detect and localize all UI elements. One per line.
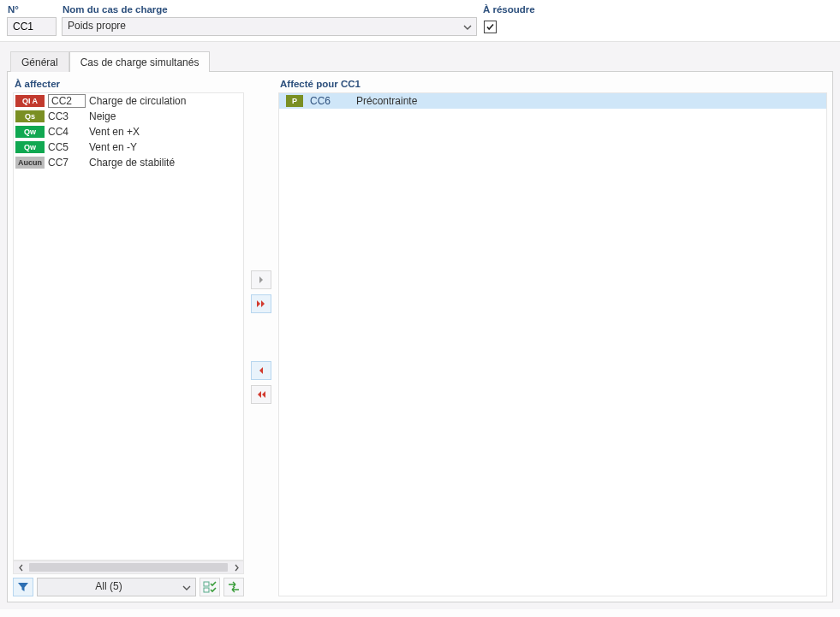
load-case-code[interactable]: CC2 xyxy=(48,94,86,108)
load-case-desc: Neige xyxy=(89,110,241,122)
arrow-right-icon xyxy=(257,276,265,284)
category-tag: Qs xyxy=(15,110,45,122)
load-case-desc: Charge de stabilité xyxy=(89,157,241,169)
name-label: Nom du cas de charge xyxy=(62,4,477,15)
to-assign-title: À affecter xyxy=(13,77,244,92)
move-all-right-button[interactable] xyxy=(251,294,271,313)
funnel-icon xyxy=(17,581,29,593)
load-case-code: CC6 xyxy=(307,95,353,107)
scroll-thumb[interactable] xyxy=(29,563,228,572)
category-tag: Qw xyxy=(15,126,45,138)
check-list-icon xyxy=(203,581,217,593)
load-case-code: CC4 xyxy=(48,126,86,138)
assigned-list[interactable]: P CC6 Précontrainte xyxy=(278,92,827,596)
load-case-code: CC5 xyxy=(48,141,86,153)
tab-general[interactable]: Général xyxy=(10,51,69,72)
move-all-left-button[interactable] xyxy=(251,385,271,404)
tab-simultaneous[interactable]: Cas de charge simultanés xyxy=(69,51,211,72)
list-item[interactable]: QI A CC2 Charge de circulation xyxy=(14,93,243,109)
list-item[interactable]: P CC6 Précontrainte xyxy=(279,93,826,109)
load-case-desc: Précontrainte xyxy=(356,95,825,107)
swap-button[interactable] xyxy=(223,578,244,596)
name-select[interactable]: Poids propre xyxy=(62,17,477,36)
list-item[interactable]: Qw CC4 Vent en +X xyxy=(14,124,243,139)
arrow-left-icon xyxy=(257,366,265,375)
scroll-left-icon[interactable] xyxy=(14,561,27,573)
move-right-button[interactable] xyxy=(251,270,271,289)
horizontal-scrollbar[interactable] xyxy=(13,561,244,574)
to-assign-list[interactable]: QI A CC2 Charge de circulation Qs CC3 Ne… xyxy=(13,92,244,561)
svg-rect-0 xyxy=(204,582,209,586)
category-tag: QI A xyxy=(15,95,45,107)
list-item[interactable]: Aucun CC7 Charge de stabilité xyxy=(14,155,243,170)
svg-rect-1 xyxy=(204,588,209,592)
list-item[interactable]: Qs CC3 Neige xyxy=(14,109,243,124)
category-tag: Aucun xyxy=(15,157,45,169)
double-arrow-left-icon xyxy=(255,390,267,399)
num-label: N° xyxy=(7,4,57,15)
solve-checkbox[interactable] xyxy=(484,21,497,33)
load-case-code: CC3 xyxy=(48,110,86,122)
category-tag: P xyxy=(286,95,303,107)
load-case-desc: Vent en +X xyxy=(89,126,241,138)
list-item[interactable]: Qw CC5 Vent en -Y xyxy=(14,139,243,155)
swap-icon xyxy=(227,581,241,593)
solve-label: À résoudre xyxy=(482,4,833,15)
num-input[interactable] xyxy=(7,17,57,36)
move-left-button[interactable] xyxy=(251,361,271,380)
assigned-title: Affecté pour CC1 xyxy=(278,77,827,92)
filter-button[interactable] xyxy=(13,578,33,596)
select-all-button[interactable] xyxy=(200,578,220,596)
load-case-code: CC7 xyxy=(48,157,86,169)
load-case-desc: Vent en -Y xyxy=(89,141,241,153)
filter-dropdown[interactable]: All (5) xyxy=(37,578,196,596)
scroll-right-icon[interactable] xyxy=(229,561,243,573)
category-tag: Qw xyxy=(15,141,45,153)
double-arrow-right-icon xyxy=(255,300,267,308)
load-case-desc: Charge de circulation xyxy=(89,95,241,107)
